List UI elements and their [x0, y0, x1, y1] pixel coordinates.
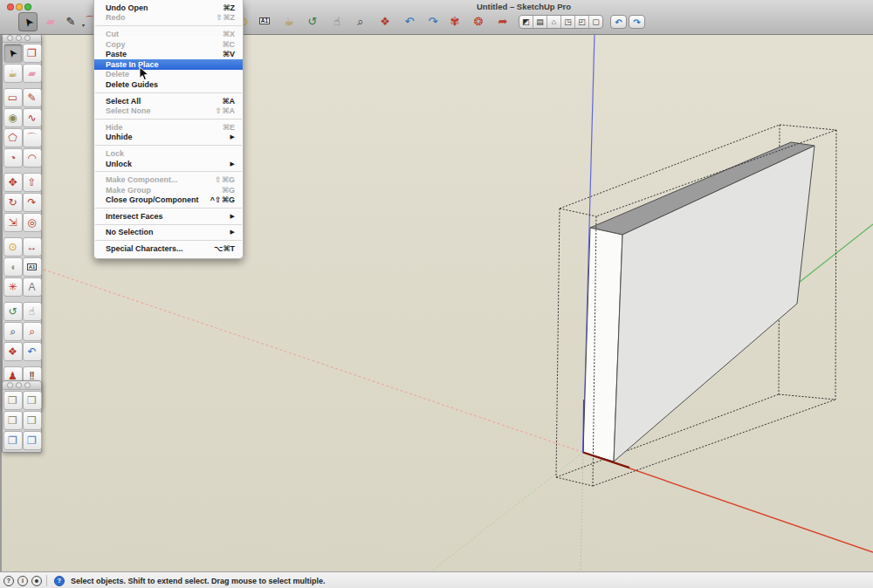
- menu-item-hide[interactable]: Hide⌘E: [94, 122, 243, 133]
- split-tool-button[interactable]: ❐: [23, 431, 42, 450]
- previous-view-icon[interactable]: ↶: [401, 12, 418, 30]
- zoom-extents-tool-button[interactable]: ❖: [3, 342, 23, 361]
- menu-item-special-characters[interactable]: Special Characters...⌥⌘T: [94, 243, 243, 254]
- pan-icon[interactable]: ☝: [328, 12, 346, 30]
- push-pull-tool-button[interactable]: ⇧: [23, 173, 42, 192]
- menu-item-undo-open[interactable]: Undo Open⌘Z: [94, 3, 243, 13]
- menu-item-lock[interactable]: Lock: [94, 148, 243, 159]
- view-back-button[interactable]: ▢: [589, 16, 602, 28]
- palette-zoom-icon[interactable]: [24, 35, 31, 41]
- union-tool-button[interactable]: ❒: [3, 411, 23, 430]
- orbit-tool-button[interactable]: ↺: [3, 302, 23, 321]
- freehand-tool-button[interactable]: ∿: [23, 108, 42, 127]
- send-to-layout-icon[interactable]: ➦: [494, 12, 512, 30]
- axes-tool-button[interactable]: ✳: [3, 277, 23, 297]
- eraser-icon[interactable]: ▰: [42, 12, 59, 30]
- menu-item-shortcut: ⇧⌘A: [216, 106, 235, 115]
- zoom-window-tool-button[interactable]: ⌕: [23, 322, 42, 341]
- pencil-icon[interactable]: ✎▾: [62, 12, 79, 30]
- zoom-tool-button[interactable]: ⌕: [3, 322, 23, 341]
- menu-separator: [95, 25, 242, 26]
- text-tool-button[interactable]: A1: [23, 257, 42, 277]
- palette-titlebar[interactable]: [3, 381, 41, 390]
- circle-tool-button[interactable]: ◉: [3, 108, 23, 127]
- two-point-arc-tool-button[interactable]: ◠: [23, 148, 42, 168]
- palette-zoom-icon[interactable]: [24, 382, 31, 388]
- help-icon[interactable]: ?: [3, 576, 14, 586]
- tape-measure-tool-button[interactable]: ⊙: [3, 237, 23, 256]
- palette-close-icon[interactable]: [7, 35, 13, 41]
- menu-item-no-selection[interactable]: No Selection▶: [94, 228, 243, 238]
- menu-item-make-group[interactable]: Make Group⌘G: [94, 185, 243, 195]
- info-icon[interactable]: i: [17, 576, 28, 586]
- menu-item-unlock[interactable]: Unlock▶: [94, 159, 243, 169]
- minimize-window-button[interactable]: [16, 3, 23, 10]
- menu-item-label: Make Group: [106, 186, 215, 195]
- zoom-window-button[interactable]: [24, 3, 31, 10]
- menu-item-delete-guides[interactable]: Delete Guides: [94, 79, 243, 90]
- outer-shell-tool-button[interactable]: ❒: [3, 391, 23, 410]
- menu-item-close-group-component[interactable]: Close Group/Component^⇧⌘G: [94, 195, 243, 206]
- add-location-icon[interactable]: ❂: [470, 12, 487, 30]
- view-front-button[interactable]: ⌂: [547, 16, 561, 28]
- subtract-tool-button[interactable]: ❒: [23, 411, 42, 430]
- rotate-tool-button[interactable]: ↻: [3, 193, 23, 212]
- make-component-tool-button[interactable]: ❐: [23, 44, 42, 63]
- palette-titlebar[interactable]: [3, 34, 41, 43]
- next-view-icon[interactable]: ↷: [424, 12, 442, 30]
- submenu-arrow-icon: ▶: [230, 161, 235, 168]
- menu-item-unhide[interactable]: Unhide▶: [94, 133, 243, 143]
- paint-bucket-icon[interactable]: ☕: [280, 12, 298, 30]
- pan-tool-button[interactable]: ☝: [23, 302, 42, 321]
- arc-tool-button[interactable]: ⌒: [23, 128, 42, 147]
- menu-item-make-component[interactable]: Make Component...⇧⌘G: [94, 174, 243, 185]
- scale-tool-button[interactable]: ⇲: [3, 213, 23, 232]
- paint-bucket-tool-button[interactable]: ☕: [3, 64, 23, 83]
- palette-minimize-icon[interactable]: [16, 35, 22, 41]
- select-tool-button[interactable]: ➤: [3, 44, 23, 63]
- zoom-extents-icon[interactable]: ❖: [376, 12, 394, 30]
- menu-item-copy[interactable]: Copy⌘C: [94, 39, 243, 50]
- menu-item-select-all[interactable]: Select All⌘A: [94, 96, 243, 106]
- menu-item-select-none[interactable]: Select None⇧⌘A: [94, 106, 243, 116]
- intersect-tool-button[interactable]: ❒: [23, 391, 42, 410]
- rectangle-tool-button[interactable]: ▭: [3, 88, 23, 107]
- trim-tool-button[interactable]: ❐: [3, 431, 23, 450]
- polygon-tool-button[interactable]: ⬠: [3, 128, 23, 147]
- instructor-help-icon[interactable]: ?: [54, 576, 65, 586]
- follow-me-tool-button[interactable]: ↷: [23, 193, 42, 212]
- select-tool-icon[interactable]: ➤: [18, 12, 38, 31]
- undo-button[interactable]: ↶: [610, 15, 627, 29]
- menu-item-paste[interactable]: Paste⌘V: [94, 49, 243, 59]
- orbit-icon[interactable]: ↺: [304, 12, 321, 30]
- line-tool-button[interactable]: ✎: [23, 88, 42, 107]
- view-top-button[interactable]: ▤: [533, 16, 547, 28]
- menu-item-label: Lock: [106, 149, 235, 158]
- eraser-tool-button[interactable]: ▰: [23, 64, 42, 83]
- 3d-text-tool-button[interactable]: A: [23, 277, 42, 297]
- dimensions-tool-button[interactable]: ↔: [23, 237, 42, 256]
- palette-close-icon[interactable]: [7, 382, 13, 388]
- menu-separator: [95, 119, 242, 120]
- protractor-tool-button[interactable]: ◖: [3, 257, 23, 277]
- menu-item-cut[interactable]: Cut⌘X: [94, 29, 243, 39]
- palette-minimize-icon[interactable]: [16, 382, 22, 388]
- text-icon[interactable]: A1: [256, 12, 273, 30]
- pie-tool-button[interactable]: ◔: [3, 148, 23, 168]
- view-right-button[interactable]: ◳: [561, 16, 575, 28]
- menu-item-redo[interactable]: Redo⇧⌘Z: [94, 13, 243, 24]
- menu-item-delete[interactable]: Delete: [94, 70, 243, 80]
- extension-warehouse-icon[interactable]: ✾: [446, 12, 464, 30]
- menu-item-paste-in-place[interactable]: Paste In Place: [94, 59, 243, 70]
- offset-tool-button[interactable]: ◎: [23, 213, 42, 232]
- account-icon[interactable]: ☻: [31, 576, 42, 586]
- menu-item-intersect-faces[interactable]: Intersect Faces▶: [94, 211, 243, 222]
- view-iso-button[interactable]: ◩: [519, 16, 533, 28]
- view-left-button[interactable]: ◰: [575, 16, 589, 28]
- move-tool-button[interactable]: ✥: [3, 173, 23, 192]
- redo-button[interactable]: ↷: [629, 15, 645, 29]
- close-window-button[interactable]: [7, 3, 14, 10]
- zoom-icon[interactable]: ⌕: [352, 12, 369, 30]
- previous-view-tool-button[interactable]: ↶: [23, 342, 42, 361]
- large-tool-set-palette: ➤❐☕▰▭✎◉∿⬠⌒◔◠✥⇧↻↷⇲◎⊙↔◖A1✳A↺☝⌕⌕❖↶♟‼◉⊕: [2, 33, 42, 408]
